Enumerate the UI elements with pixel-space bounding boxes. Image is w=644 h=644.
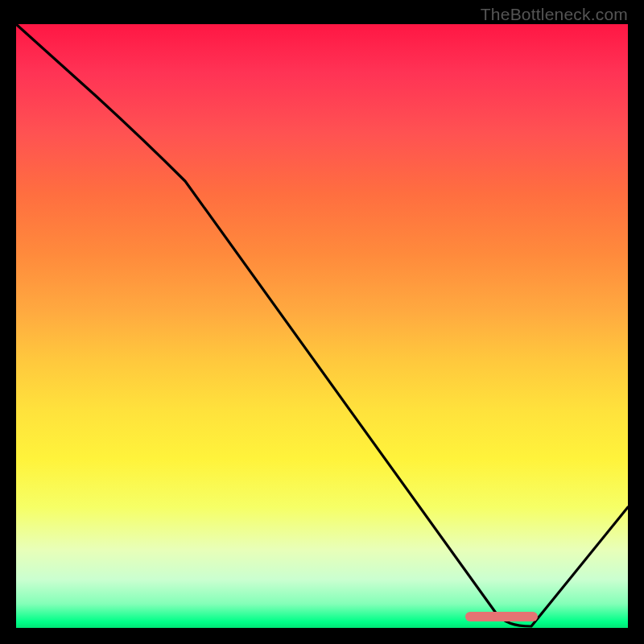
attribution-text: TheBottleneck.com — [481, 5, 628, 24]
optimal-range-marker — [465, 612, 538, 621]
plot-area — [16, 24, 628, 628]
curve-svg — [16, 24, 628, 628]
bottleneck-curve — [16, 24, 628, 626]
chart-container: TheBottleneck.com — [0, 0, 644, 644]
